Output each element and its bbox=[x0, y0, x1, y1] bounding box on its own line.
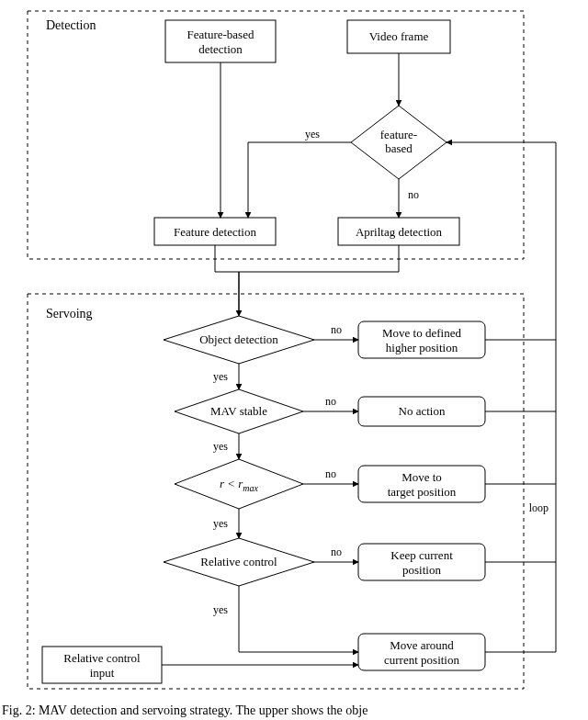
svg-text:yes: yes bbox=[213, 517, 228, 530]
relative-control-decision: Relative control bbox=[164, 538, 314, 586]
svg-text:MAV stable: MAV stable bbox=[210, 404, 267, 418]
arrow-merge-left bbox=[215, 245, 239, 312]
svg-text:no: no bbox=[408, 188, 419, 201]
svg-text:No action: No action bbox=[399, 404, 446, 418]
r-lt-rmax-decision: r < rmax bbox=[175, 459, 303, 509]
svg-text:no: no bbox=[331, 323, 342, 336]
svg-text:position: position bbox=[402, 563, 441, 577]
svg-text:Feature-based: Feature-based bbox=[187, 28, 254, 41]
svg-text:target position: target position bbox=[388, 485, 457, 499]
keep-position-action: Keep current position bbox=[358, 544, 485, 580]
svg-text:based: based bbox=[385, 141, 413, 155]
svg-text:higher position: higher position bbox=[386, 341, 458, 354]
svg-text:Apriltag detection: Apriltag detection bbox=[356, 225, 443, 239]
relative-control-input-box: Relative control input bbox=[42, 647, 162, 683]
detection-title: Detection bbox=[46, 18, 96, 32]
svg-text:yes: yes bbox=[213, 370, 228, 383]
svg-text:no: no bbox=[325, 395, 336, 408]
svg-text:no: no bbox=[325, 467, 336, 480]
svg-text:Move to defined: Move to defined bbox=[382, 326, 461, 340]
svg-text:input: input bbox=[90, 666, 115, 680]
feature-based-decision: feature- based bbox=[351, 106, 447, 179]
apriltag-detection-box: Apriltag detection bbox=[338, 218, 459, 245]
svg-text:Object detection: Object detection bbox=[199, 332, 278, 346]
video-frame-box: Video frame bbox=[347, 20, 450, 53]
svg-text:yes: yes bbox=[213, 440, 228, 453]
svg-text:Relative control: Relative control bbox=[63, 651, 141, 665]
feature-detection-box: Feature detection bbox=[154, 218, 276, 245]
higher-position-action: Move to defined higher position bbox=[358, 321, 485, 358]
arrow bbox=[239, 586, 358, 652]
feature-based-detection-box: Feature-based detection bbox=[165, 20, 276, 62]
svg-text:Relative control: Relative control bbox=[200, 555, 277, 568]
svg-text:Move to: Move to bbox=[401, 470, 442, 484]
no-action-action: No action bbox=[358, 397, 485, 426]
target-position-action: Move to target position bbox=[358, 466, 485, 502]
svg-text:Keep current: Keep current bbox=[390, 548, 453, 562]
loop-label: loop bbox=[529, 501, 548, 514]
svg-text:no: no bbox=[331, 546, 342, 558]
move-around-action: Move around current position bbox=[358, 634, 485, 670]
svg-text:yes: yes bbox=[213, 603, 228, 616]
svg-text:feature-: feature- bbox=[380, 128, 417, 141]
svg-text:current position: current position bbox=[384, 653, 459, 667]
mav-stable-decision: MAV stable bbox=[175, 389, 303, 433]
object-detection-decision: Object detection bbox=[164, 316, 314, 364]
svg-text:yes: yes bbox=[305, 128, 320, 141]
svg-text:detection: detection bbox=[198, 42, 243, 56]
svg-text:Video frame: Video frame bbox=[369, 29, 429, 43]
arrow-yes-feature bbox=[248, 142, 351, 218]
svg-text:Move around: Move around bbox=[390, 638, 454, 652]
svg-text:Feature detection: Feature detection bbox=[174, 225, 256, 239]
svg-rect-0 bbox=[165, 20, 276, 62]
servoing-title: Servoing bbox=[46, 307, 93, 321]
figure-caption: Fig. 2: MAV detection and servoing strat… bbox=[0, 700, 588, 718]
